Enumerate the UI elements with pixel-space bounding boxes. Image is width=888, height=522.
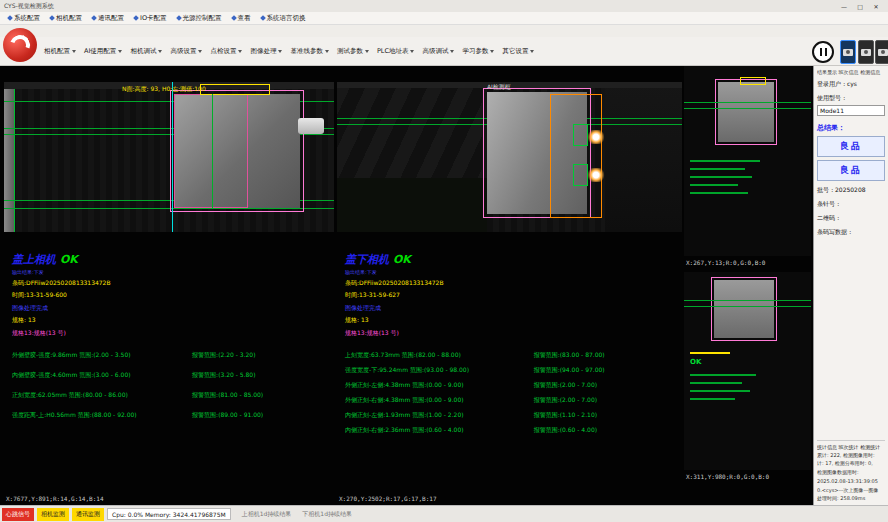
camera2-image[interactable]: AI检测框 xyxy=(337,82,682,232)
result-text-line xyxy=(690,192,748,194)
camera-bottom-button[interactable] xyxy=(858,40,874,64)
measurement-row: 上刻宽度:63.73mm 范围:(82.00 - 88.00) 报警范围:(83… xyxy=(345,351,676,360)
menu-item-icon xyxy=(49,15,55,21)
overlay-measure-line xyxy=(690,352,730,354)
thumbnail1-image[interactable] xyxy=(684,66,811,256)
maximize-button[interactable]: □ xyxy=(852,1,868,11)
overlay-measure-box xyxy=(740,77,766,85)
toolbar-menu-item[interactable]: 高级设置 xyxy=(170,47,202,56)
menu-item-label: 查看 xyxy=(238,14,251,23)
toolbar-menu-item[interactable]: 点检设置 xyxy=(210,47,242,56)
toolbar-menu-item[interactable]: 学习参数 xyxy=(462,47,494,56)
menu-item[interactable]: 系统语言切换 xyxy=(261,14,306,23)
camera-top-button[interactable] xyxy=(840,40,856,64)
toolbar-menu-item[interactable]: 其它设置 xyxy=(502,47,534,56)
camera2-pixel-readout: X:270,Y:2502;R:17,G:17,B:17 xyxy=(339,495,437,502)
camera2-view: AI检测框 盖下相机OK 输出结果:下发 条码:DFFiiw2025020813… xyxy=(337,70,682,505)
pause-icon xyxy=(820,48,822,56)
toolbar-menu-label: 高级调试 xyxy=(422,47,448,56)
thumbnail2-ok-text: OK xyxy=(690,358,701,366)
overlay-vline xyxy=(14,82,15,232)
camera-switch-button[interactable] xyxy=(875,40,888,64)
heartbeat-indicator: 心跳信号 xyxy=(2,508,34,521)
stat-line: 计: 17, 检测分布用时: 0, xyxy=(817,460,885,467)
camera1-name: 盖上相机 xyxy=(12,253,56,266)
result-text-line xyxy=(690,176,752,178)
window-controls: — □ ✕ xyxy=(836,1,884,11)
qr-label: 二维码： xyxy=(817,214,885,223)
camera2-result-text: 盖下相机OK 输出结果:下发 条码:DFFiiw2025020813313472… xyxy=(337,232,682,435)
overlay-hline xyxy=(684,300,811,301)
top-camera-result-text: 上相机1d持续结果 xyxy=(242,510,292,519)
result-text-line xyxy=(690,398,735,400)
info-panel: 结果显示 班次信息 检测信息 登录用户：cys 使用型号： Mode11 总结果… xyxy=(813,66,888,505)
camera1-process-status: 图像处理完成 xyxy=(12,304,328,313)
model-select[interactable]: Mode11 xyxy=(817,105,885,116)
stats-header: 统计信息 班次统计 检测统计 xyxy=(817,440,885,450)
toolbar-menu-label: 高级设置 xyxy=(170,47,196,56)
measurement-value: 正刻宽度:62.05mm 范围:(80.00 - 86.00) xyxy=(12,391,192,400)
batch-label: 批号： xyxy=(817,186,835,193)
reflection-highlight xyxy=(587,168,605,182)
camera2-ok-badge: OK xyxy=(393,253,411,266)
measurement-row: 内侧壁胶-强度:4.60mm 范围:(3.00 - 6.00) 报警范围:(3.… xyxy=(12,371,328,380)
measurement-value: 强度距离-上:H0.56mm 范围:(88.00 - 92.00) xyxy=(12,411,192,420)
camera1-barcode: 条码:DFFiiw2025020813313472B xyxy=(12,279,328,288)
overlay-measure-box xyxy=(200,84,270,95)
toolbar-menu-item[interactable]: 相机配置 xyxy=(44,47,76,56)
menu-item[interactable]: 通讯配置 xyxy=(92,14,124,23)
menu-item-label: IO卡配置 xyxy=(140,14,167,23)
reflection-highlight xyxy=(587,130,605,144)
stat-line: 2025.02.08-13:31:39:05 xyxy=(817,478,885,485)
thumbnail1-pixel-readout: X:267,Y:13;R:0,G:0,B:0 xyxy=(684,256,811,266)
panel-spacer xyxy=(817,237,885,440)
camera1-image[interactable]: N面:高度: 93, H0:左:测值:100 xyxy=(4,82,334,232)
measurement-value: 内侧正刻-左侧:1.93mm 范围:(1.00 - 2.20) xyxy=(345,411,534,420)
stat-line: 累计: 222, 检测图像用时: xyxy=(817,452,885,459)
overlay-hline xyxy=(684,102,811,103)
thumbnail2-image[interactable]: OK xyxy=(684,272,811,470)
menu-bar: 系统配置 相机配置 通讯配置 IO卡配置 光源控制配置 xyxy=(0,12,888,25)
measurement-row: 强度宽度-下:95.24mm 范围:(93.00 - 98.00) 报警范围:(… xyxy=(345,366,676,375)
menu-item[interactable]: 查看 xyxy=(232,14,251,23)
batch-value: 20250208 xyxy=(835,186,866,193)
batch-row: 批号：20250208 xyxy=(817,186,885,195)
alarm-range: 报警范围:(83.00 - 87.00) xyxy=(534,351,676,360)
toolbar-menu-label: 点检设置 xyxy=(210,47,236,56)
menu-item[interactable]: 相机配置 xyxy=(50,14,82,23)
menu-item-label: 通讯配置 xyxy=(98,14,124,23)
measurement-value: 外侧正刻-左侧:4.38mm 范围:(0.00 - 9.00) xyxy=(345,381,534,390)
stat-line: 检测图像数据用时: xyxy=(817,469,885,476)
machine-structure xyxy=(337,178,487,232)
close-button[interactable]: ✕ xyxy=(868,1,884,11)
alarm-range: 报警范围:(1.10 - 2.10) xyxy=(534,411,676,420)
pause-button[interactable] xyxy=(812,41,834,63)
toolbar-menu-item[interactable]: 图像处理 xyxy=(250,47,282,56)
toolbar-menu-item[interactable]: 相机调试 xyxy=(130,47,162,56)
chevron-down-icon xyxy=(118,50,122,53)
menu-item[interactable]: 系统配置 xyxy=(8,14,40,23)
toolbar-menu-item[interactable]: 基准线参数 xyxy=(290,47,329,56)
pause-icon xyxy=(825,48,827,56)
login-user-row: 登录用户：cys xyxy=(817,80,885,89)
toolbar-menu-item[interactable]: PLC地址表 xyxy=(377,47,415,56)
toolbar-menu-item[interactable]: 测试参数 xyxy=(337,47,369,56)
model-label: 使用型号： xyxy=(817,94,885,103)
menu-item[interactable]: IO卡配置 xyxy=(134,14,167,23)
minimize-button[interactable]: — xyxy=(836,1,852,11)
camera2-barcode: 条码:DFFiiw2025020813313472B xyxy=(345,279,676,288)
camera1-result-text: 盖上相机OK 输出结果:下发 条码:DFFiiw2025020813313472… xyxy=(4,232,334,420)
toolbar-menu-item[interactable]: AI使用配置 xyxy=(84,47,122,56)
result-text-line xyxy=(690,390,750,392)
chevron-down-icon xyxy=(158,50,162,53)
toolbar-menu-item[interactable]: 高级调试 xyxy=(422,47,454,56)
measurement-value: 内侧壁胶-强度:4.60mm 范围:(3.00 - 6.00) xyxy=(12,371,192,380)
measurement-row: 内侧正刻-右侧:2.36mm 范围:(0.60 - 4.00) 报警范围:(0.… xyxy=(345,426,676,435)
menu-item[interactable]: 光源控制配置 xyxy=(177,14,222,23)
overlay-roi-box xyxy=(711,277,777,341)
toolbar-menu-label: 其它设置 xyxy=(502,47,528,56)
menu-item-icon xyxy=(91,15,97,21)
login-user-label: 登录用户： xyxy=(817,80,847,87)
login-user-value: cys xyxy=(847,80,857,87)
measurement-value: 上刻宽度:63.73mm 范围:(82.00 - 88.00) xyxy=(345,351,534,360)
